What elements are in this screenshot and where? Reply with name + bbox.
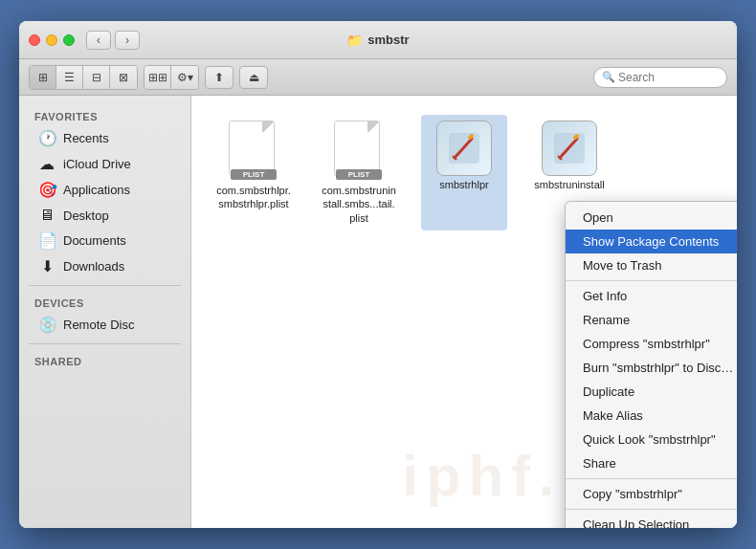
ctx-get-info[interactable]: Get Info [566, 284, 737, 308]
ctx-rename[interactable]: Rename [566, 308, 737, 332]
downloads-icon: ⬇ [38, 257, 56, 275]
ctx-show-package[interactable]: Show Package Contents [566, 230, 737, 253]
finder-window: ‹ › 📁 smbstr ⊞ ☰ ⊟ ⊠ ⊞⊞ ⚙▾ ⬆ ⏏ 🔍 Favorit… [19, 21, 737, 528]
sidebar-item-documents[interactable]: 📄 Documents [23, 228, 187, 253]
sidebar-item-desktop[interactable]: 🖥 Desktop [23, 203, 187, 228]
app-icon-2 [542, 121, 597, 176]
sidebar-item-icloud[interactable]: ☁ iCloud Drive [23, 151, 187, 177]
ctx-copy[interactable]: Copy "smbstrhlpr" [566, 482, 737, 506]
ctx-share[interactable]: Share ▶ [566, 451, 737, 475]
sidebar-item-label: Applications [63, 183, 130, 197]
disc-icon: 💿 [38, 316, 56, 334]
action-btn[interactable]: ⚙▾ [171, 66, 198, 89]
ctx-make-alias[interactable]: Make Alias [566, 404, 737, 428]
plist-icon-2: PLIST [334, 121, 384, 182]
file-item-plist2[interactable]: PLIST com.smbstruninstall.smbs...tail.pl… [316, 115, 402, 231]
ctx-clean-up[interactable]: Clean Up Selection [566, 513, 737, 528]
icloud-icon: ☁ [38, 155, 56, 173]
file-area: PLIST com.smbstrhlpr.smbstrhlpr.plist PL… [191, 96, 737, 528]
view-buttons: ⊞ ☰ ⊟ ⊠ [29, 65, 138, 90]
sidebar: Favorites 🕐 Recents ☁ iCloud Drive 🎯 App… [19, 96, 191, 528]
ctx-move-trash[interactable]: Move to Trash [566, 253, 737, 277]
file-item-plist1[interactable]: PLIST com.smbstrhlpr.smbstrhlpr.plist [211, 115, 297, 231]
window-title: 📁 smbstr [346, 33, 409, 48]
file-label: smbstrhlpr [439, 178, 488, 191]
sidebar-item-remote-disc[interactable]: 💿 Remote Disc [23, 312, 187, 338]
ctx-sep-1 [566, 280, 737, 281]
search-box: 🔍 [593, 67, 727, 88]
sidebar-divider-2 [29, 343, 181, 344]
search-icon: 🔍 [602, 71, 615, 83]
nav-buttons: ‹ › [86, 31, 140, 50]
folder-icon: 📁 [346, 33, 363, 48]
sidebar-item-label: Downloads [63, 259, 124, 274]
applications-icon: 🎯 [38, 181, 56, 199]
sidebar-item-downloads[interactable]: ⬇ Downloads [23, 253, 187, 279]
share-btn[interactable]: ⬆ [205, 66, 233, 89]
search-input[interactable] [618, 71, 719, 84]
back-button[interactable]: ‹ [86, 31, 111, 50]
sidebar-item-label: Documents [63, 233, 126, 248]
ctx-open[interactable]: Open [566, 206, 737, 230]
plist-icon-1: PLIST [229, 121, 278, 182]
ctx-compress[interactable]: Compress "smbstrhlpr" [566, 332, 737, 356]
ctx-burn[interactable]: Burn "smbstrhlpr" to Disc… [566, 356, 737, 380]
file-item-app1[interactable]: smbstrhlpr [421, 115, 507, 231]
sidebar-divider-1 [29, 285, 181, 286]
sidebar-item-recents[interactable]: 🕐 Recents [23, 125, 187, 151]
gallery-view-btn[interactable]: ⊠ [110, 66, 137, 89]
documents-icon: 📄 [38, 231, 56, 250]
forward-button[interactable]: › [115, 31, 140, 50]
ctx-duplicate[interactable]: Duplicate [566, 380, 737, 404]
action-group: ⊞⊞ ⚙▾ [144, 65, 199, 90]
recents-icon: 🕐 [38, 129, 56, 147]
window-title-text: smbstr [367, 33, 409, 47]
close-button[interactable] [29, 34, 40, 46]
devices-label: Devices [19, 292, 190, 312]
sidebar-item-label: Recents [63, 131, 109, 145]
app-icon-1 [436, 121, 492, 176]
titlebar: ‹ › 📁 smbstr [19, 21, 737, 59]
file-label: com.smbstrhlpr.smbstrhlpr.plist [216, 184, 291, 211]
toolbar: ⊞ ☰ ⊟ ⊠ ⊞⊞ ⚙▾ ⬆ ⏏ 🔍 [19, 59, 737, 96]
sidebar-item-applications[interactable]: 🎯 Applications [23, 177, 187, 203]
shared-label: Shared [19, 350, 190, 370]
column-view-btn[interactable]: ⊟ [83, 66, 110, 89]
file-label: com.smbstruninstall.smbs...tail.plist [322, 184, 396, 225]
ctx-sep-3 [566, 509, 737, 510]
main-area: Favorites 🕐 Recents ☁ iCloud Drive 🎯 App… [19, 96, 737, 528]
file-label: smbstruninstall [534, 178, 604, 191]
arrange-btn[interactable]: ⊞⊞ [145, 66, 171, 89]
sidebar-item-label: iCloud Drive [63, 157, 131, 171]
eject-btn[interactable]: ⏏ [239, 66, 268, 89]
sidebar-item-label: Desktop [63, 209, 109, 223]
context-menu: Open Show Package Contents Move to Trash… [565, 201, 737, 528]
icon-view-btn[interactable]: ⊞ [30, 66, 56, 89]
list-view-btn[interactable]: ☰ [56, 66, 83, 89]
ctx-sep-2 [566, 478, 737, 479]
traffic-lights [29, 34, 75, 46]
maximize-button[interactable] [63, 34, 75, 46]
ctx-quick-look[interactable]: Quick Look "smbstrhlpr" [566, 428, 737, 451]
favorites-label: Favorites [19, 105, 190, 125]
minimize-button[interactable] [46, 34, 57, 46]
sidebar-item-label: Remote Disc [63, 318, 134, 332]
desktop-icon: 🖥 [38, 207, 56, 224]
